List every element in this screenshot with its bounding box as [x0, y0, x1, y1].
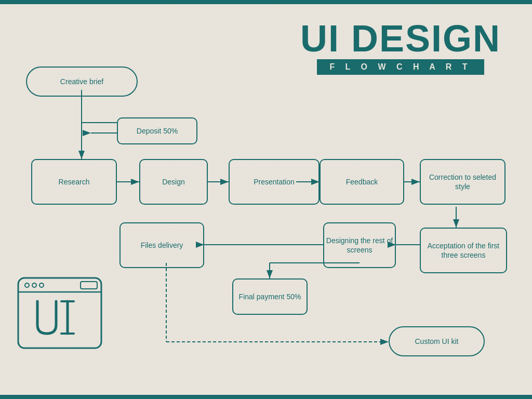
creative-brief-node: Creative brief — [26, 66, 138, 97]
presentation-node: Presentation — [229, 159, 320, 205]
feedback-node: Feedback — [320, 159, 404, 205]
custom-ui-node: Custom UI kit — [389, 326, 485, 356]
subtitle-wrapper: F L O W C H A R T — [317, 59, 484, 75]
svg-point-19 — [25, 283, 29, 287]
correction-node: Correction to seleted style — [420, 159, 506, 205]
design-node: Design — [139, 159, 208, 205]
acceptation-node: Acceptation of the first three screens — [420, 228, 507, 273]
files-delivery-node: Files delivery — [119, 222, 204, 268]
deposit-node: Deposit 50% — [117, 117, 197, 144]
main-title: UI DESIGN — [300, 20, 501, 57]
research-node: Research — [31, 159, 117, 205]
svg-point-21 — [39, 283, 44, 287]
ui-icon — [16, 275, 104, 353]
page: UI DESIGN F L O W C H A R T — [0, 0, 532, 399]
title-area: UI DESIGN F L O W C H A R T — [300, 20, 501, 75]
svg-point-20 — [32, 283, 36, 287]
final-payment-node: Final payment 50% — [232, 278, 308, 315]
subtitle: F L O W C H A R T — [329, 62, 471, 72]
svg-rect-22 — [81, 282, 97, 289]
designing-rest-node: Designing the rest of screens — [323, 222, 396, 268]
